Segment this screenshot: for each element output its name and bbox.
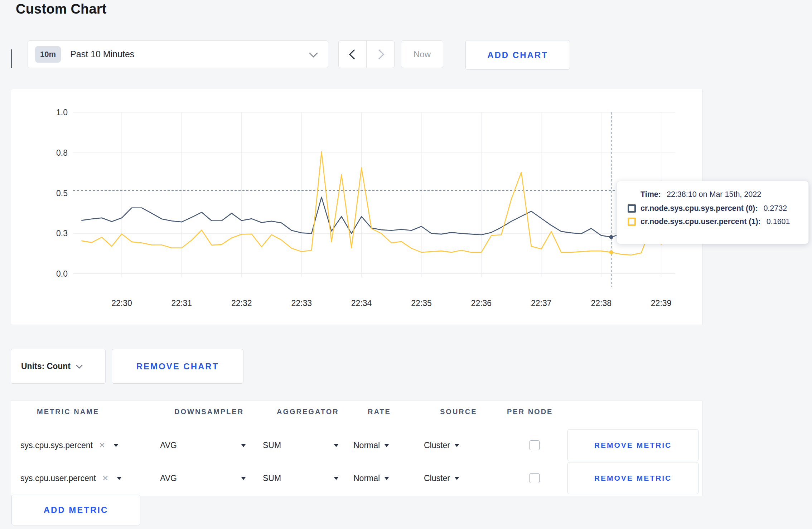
dropdown-arrow-icon [384, 477, 389, 480]
svg-text:22:38: 22:38 [591, 299, 612, 308]
dropdown-arrow-icon [113, 444, 119, 447]
svg-text:22:32: 22:32 [231, 299, 252, 308]
source-value: Cluster [424, 441, 450, 450]
col-header-per-node: PER NODE [507, 408, 553, 416]
dropdown-arrow-icon [334, 444, 339, 447]
chart-card: 0.00.30.50.81.022:3022:3122:3222:3322:34… [11, 89, 703, 325]
dropdown-arrow-icon [241, 444, 246, 447]
aggregator-select[interactable]: SUM [263, 429, 339, 461]
dropdown-arrow-icon [241, 477, 246, 480]
aggregator-value: SUM [263, 474, 281, 483]
svg-text:22:34: 22:34 [351, 299, 372, 308]
metric-name: sys.cpu.sys.percent [20, 441, 93, 450]
downsampler-value: AVG [160, 474, 177, 483]
col-header-downsampler: DOWNSAMPLER [174, 408, 244, 416]
svg-text:22:37: 22:37 [531, 299, 552, 308]
remove-metric-button[interactable]: REMOVE METRIC [567, 429, 699, 461]
rate-select[interactable]: Normal [353, 429, 389, 461]
svg-text:1.0: 1.0 [56, 108, 68, 117]
rate-value: Normal [353, 441, 380, 450]
source-value: Cluster [424, 474, 450, 483]
units-select[interactable]: Units: Count [11, 349, 106, 384]
dropdown-arrow-icon [454, 444, 459, 447]
tooltip-series-row: cr.node.sys.cpu.user.percent (1): 0.1601 [628, 217, 800, 226]
time-window-label: Past 10 Minutes [70, 49, 134, 59]
source-select[interactable]: Cluster [424, 462, 459, 494]
svg-text:0.8: 0.8 [56, 148, 68, 157]
toolbar-left-divider [11, 49, 12, 68]
svg-text:0.5: 0.5 [56, 189, 68, 198]
svg-text:22:30: 22:30 [111, 299, 132, 308]
clear-metric-icon[interactable]: × [102, 473, 108, 483]
per-node-checkbox[interactable] [530, 473, 540, 483]
downsampler-select[interactable]: AVG [160, 462, 246, 494]
tooltip-time-value: 22:38:10 on Mar 15th, 2022 [667, 190, 761, 199]
series-user-legend-swatch [628, 218, 636, 226]
rate-select[interactable]: Normal [353, 462, 389, 494]
col-header-rate: RATE [368, 408, 391, 416]
chevron-down-icon [309, 49, 318, 57]
chart-tooltip: Time: 22:38:10 on Mar 15th, 2022 cr.node… [617, 181, 809, 244]
add-chart-button[interactable]: ADD CHART [465, 40, 570, 70]
svg-text:0.3: 0.3 [56, 229, 68, 238]
aggregator-value: SUM [263, 441, 281, 450]
chevron-right-icon [374, 49, 384, 59]
chevron-left-icon [349, 49, 359, 59]
units-label: Units: Count [21, 361, 71, 371]
dropdown-arrow-icon [117, 477, 122, 480]
svg-text:22:36: 22:36 [471, 299, 492, 308]
svg-text:0.0: 0.0 [56, 269, 68, 278]
dropdown-arrow-icon [334, 477, 339, 480]
page-title: Custom Chart [16, 1, 107, 17]
tooltip-series-value: 0.2732 [763, 204, 787, 213]
tooltip-series-label: cr.node.sys.cpu.sys.percent (0): [641, 204, 758, 213]
time-window-badge: 10m [35, 46, 61, 63]
downsampler-value: AVG [160, 441, 177, 450]
next-timespan-button[interactable] [367, 41, 394, 68]
metric-row: sys.cpu.user.percent × AVG SUM Normal Cl… [11, 462, 702, 494]
per-node-checkbox[interactable] [530, 440, 540, 450]
rate-value: Normal [353, 474, 380, 483]
dropdown-arrow-icon [454, 477, 459, 480]
metric-name-select[interactable]: sys.cpu.sys.percent × [20, 429, 119, 461]
svg-text:22:31: 22:31 [171, 299, 192, 308]
metrics-table-header: METRIC NAME DOWNSAMPLER AGGREGATOR RATE … [11, 401, 702, 423]
prev-timespan-button[interactable] [339, 41, 367, 68]
downsampler-select[interactable]: AVG [160, 429, 246, 461]
cpu-usage-chart[interactable]: 0.00.30.50.81.022:3022:3122:3222:3322:34… [11, 89, 703, 325]
metric-name: sys.cpu.user.percent [20, 474, 96, 483]
svg-text:22:39: 22:39 [651, 299, 672, 308]
tooltip-series-row: cr.node.sys.cpu.sys.percent (0): 0.2732 [628, 204, 800, 213]
now-button[interactable]: Now [401, 40, 443, 68]
col-header-source: SOURCE [440, 408, 477, 416]
time-nav-group [338, 40, 395, 68]
col-header-aggregator: AGGREGATOR [277, 408, 339, 416]
col-header-metric-name: METRIC NAME [37, 408, 99, 416]
source-select[interactable]: Cluster [424, 429, 459, 461]
metrics-table-card: METRIC NAME DOWNSAMPLER AGGREGATOR RATE … [11, 400, 703, 496]
aggregator-select[interactable]: SUM [263, 462, 339, 494]
tooltip-time-row: Time: 22:38:10 on Mar 15th, 2022 [641, 190, 800, 199]
tooltip-series-label: cr.node.sys.cpu.user.percent (1): [641, 217, 761, 226]
svg-text:22:33: 22:33 [291, 299, 312, 308]
metric-name-select[interactable]: sys.cpu.user.percent × [20, 462, 122, 494]
tooltip-time-label: Time: [641, 190, 661, 199]
remove-chart-button[interactable]: REMOVE CHART [112, 349, 243, 384]
add-metric-button[interactable]: ADD METRIC [11, 495, 140, 525]
svg-text:22:35: 22:35 [411, 299, 432, 308]
chevron-down-icon [76, 362, 82, 368]
series-sys-legend-swatch [628, 204, 636, 213]
dropdown-arrow-icon [384, 444, 389, 447]
metric-row: sys.cpu.sys.percent × AVG SUM Normal Clu… [11, 429, 702, 461]
time-range-select[interactable]: 10m Past 10 Minutes [28, 40, 328, 68]
tooltip-series-value: 0.1601 [767, 217, 790, 226]
clear-metric-icon[interactable]: × [99, 440, 105, 450]
remove-metric-button[interactable]: REMOVE METRIC [567, 462, 699, 494]
